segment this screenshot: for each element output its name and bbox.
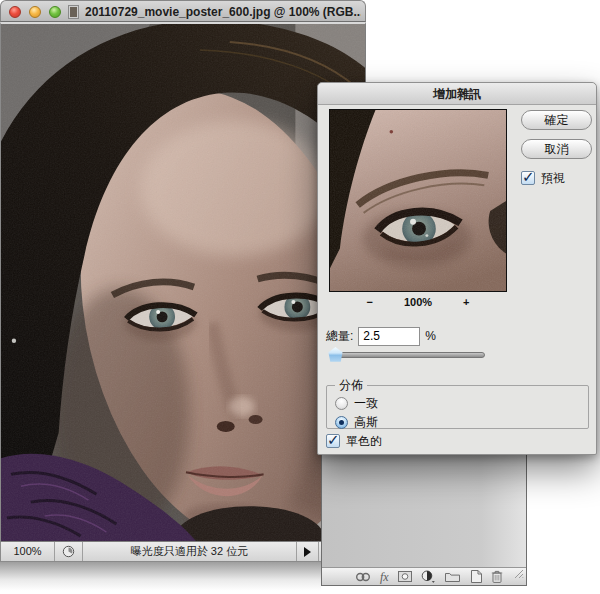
document-window: 20110729_movie_poster_600.jpg @ 100% (RG… bbox=[0, 0, 366, 562]
distribution-group: 分佈 一致 高斯 bbox=[326, 377, 589, 429]
layer-mask-icon[interactable] bbox=[398, 571, 412, 582]
window-drop-shadow bbox=[0, 562, 321, 594]
zoom-window-button[interactable] bbox=[49, 6, 61, 18]
uniform-label: 一致 bbox=[354, 395, 378, 412]
amount-row: 總量: % bbox=[326, 326, 436, 346]
efficiency-icon bbox=[55, 542, 83, 561]
gaussian-label: 高斯 bbox=[354, 414, 378, 431]
distribution-legend: 分佈 bbox=[335, 377, 367, 394]
radio-selected-icon[interactable] bbox=[335, 416, 348, 429]
preview-image bbox=[330, 110, 506, 291]
add-noise-dialog: 增加雜訊 bbox=[317, 82, 597, 455]
triangle-right-icon bbox=[304, 547, 311, 557]
minimize-button[interactable] bbox=[29, 6, 41, 18]
uniform-option[interactable]: 一致 bbox=[335, 395, 588, 411]
link-icon[interactable] bbox=[355, 572, 371, 582]
preview-option[interactable]: 預視 bbox=[521, 170, 565, 186]
amount-slider-track[interactable] bbox=[330, 352, 485, 358]
palette-footer: fx bbox=[322, 567, 526, 585]
gaussian-option[interactable]: 高斯 bbox=[335, 414, 588, 430]
cancel-button[interactable]: 取消 bbox=[521, 139, 592, 159]
folder-icon[interactable] bbox=[445, 571, 460, 582]
window-title: 20110729_movie_poster_600.jpg @ 100% (RG… bbox=[85, 1, 361, 23]
document-proxy-icon bbox=[68, 5, 79, 23]
preview-zoom-controls: − 100% + bbox=[329, 295, 507, 309]
adjustment-layer-icon[interactable] bbox=[421, 570, 436, 583]
status-message: 曝光度只適用於 32 位元 bbox=[83, 542, 297, 561]
zoom-out-button[interactable]: − bbox=[363, 296, 375, 308]
checkbox-checked-icon[interactable] bbox=[326, 434, 340, 448]
amount-label: 總量: bbox=[326, 328, 353, 345]
radio-unselected-icon[interactable] bbox=[335, 397, 348, 410]
window-titlebar[interactable]: 20110729_movie_poster_600.jpg @ 100% (RG… bbox=[0, 0, 366, 22]
preview-label: 預視 bbox=[541, 170, 565, 187]
zoom-level: 100% bbox=[404, 296, 432, 308]
ok-button[interactable]: 確定 bbox=[521, 110, 592, 130]
close-button[interactable] bbox=[9, 6, 21, 18]
monochromatic-option[interactable]: 單色的 bbox=[326, 433, 382, 449]
new-layer-icon[interactable] bbox=[469, 570, 482, 583]
status-menu-arrow[interactable] bbox=[297, 542, 319, 561]
dialog-titlebar[interactable]: 增加雜訊 bbox=[318, 83, 596, 105]
amount-unit: % bbox=[425, 329, 436, 343]
fx-icon[interactable]: fx bbox=[380, 571, 389, 583]
status-zoom-field[interactable]: 100% bbox=[1, 542, 55, 561]
amount-slider-thumb[interactable] bbox=[328, 347, 343, 362]
portrait-photo bbox=[1, 24, 365, 541]
amount-input[interactable] bbox=[358, 327, 420, 346]
noise-preview[interactable] bbox=[329, 109, 507, 292]
resize-grip-icon[interactable] bbox=[514, 565, 524, 583]
monochromatic-label: 單色的 bbox=[346, 433, 382, 450]
status-bar: 100% 曝光度只適用於 32 位元 bbox=[0, 541, 366, 562]
trash-icon[interactable] bbox=[491, 570, 503, 583]
zoom-in-button[interactable]: + bbox=[460, 296, 472, 308]
photo-canvas[interactable] bbox=[0, 22, 366, 541]
checkbox-checked-icon[interactable] bbox=[521, 171, 535, 185]
amount-slider[interactable] bbox=[328, 346, 485, 363]
